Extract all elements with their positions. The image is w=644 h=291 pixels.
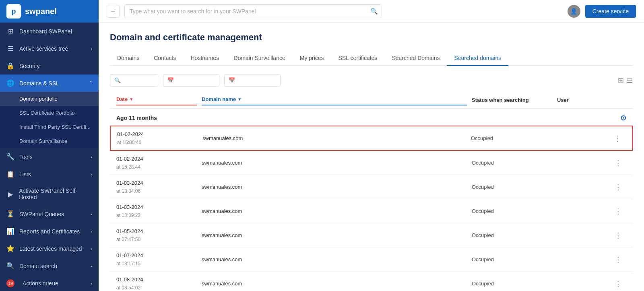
table-header: Date ▼ Domain name ▼ Status when searchi…: [110, 94, 633, 109]
tab-domain-surveillance[interactable]: Domain Surveillance: [226, 51, 292, 66]
more-options-button[interactable]: ⋮: [610, 279, 626, 288]
cell-date: 01-08-2024at 08:54:02: [116, 276, 197, 291]
sidebar-item-lists[interactable]: 📋 Lists ›: [0, 165, 99, 183]
logo-icon: p: [6, 4, 21, 19]
sidebar-item-activate[interactable]: ▶ Activate SWPanel Self-Hosted: [0, 183, 99, 205]
date-from-filter[interactable]: 📅: [163, 74, 219, 87]
sidebar-sub-item-ssl-portfolio[interactable]: SSL Certificate Portfolio: [0, 106, 99, 120]
list-view-icon[interactable]: ☰: [626, 76, 633, 85]
sidebar-item-domain-search[interactable]: 🔍 Domain search ›: [0, 257, 99, 274]
cell-time: at 07:47:50: [116, 237, 140, 242]
cell-domain: swmanuales.com: [202, 232, 467, 238]
search-bar: 🔍: [124, 4, 382, 18]
search-filter-input[interactable]: 🔍: [110, 74, 158, 87]
tab-contacts[interactable]: Contacts: [147, 51, 183, 66]
sidebar-item-label: Tools: [19, 154, 33, 160]
more-options-button[interactable]: ⋮: [609, 134, 625, 143]
sidebar: p swpanel ⊞ Dashboard SWPanel ☰ Active s…: [0, 0, 99, 291]
tab-searched-domains-alt[interactable]: Searched Domains: [384, 51, 447, 66]
reports-icon: 📊: [6, 227, 14, 235]
chevron-right-icon: ›: [91, 212, 92, 217]
table-row[interactable]: 01-03-2024at 18:39:22 swmanuales.com Occ…: [110, 199, 633, 223]
search-input[interactable]: [124, 4, 382, 18]
chevron-right-icon: ›: [91, 264, 92, 268]
menu-toggle-button[interactable]: ⊣: [107, 5, 120, 18]
sidebar-item-label: Domains & SSL: [19, 80, 59, 87]
create-service-button[interactable]: Create service: [585, 5, 636, 18]
tools-icon: 🔧: [6, 153, 14, 161]
search-icon[interactable]: 🔍: [370, 8, 378, 15]
cell-domain: swmanuales.com: [202, 281, 467, 287]
table-row[interactable]: 01-05-2024at 07:47:50 swmanuales.com Occ…: [110, 223, 633, 248]
cell-time: at 15:28:44: [116, 164, 140, 170]
content-area: Domain and certificate management Domain…: [99, 23, 644, 291]
tab-my-prices[interactable]: My prices: [293, 51, 331, 66]
cell-domain: swmanuales.com: [202, 208, 467, 214]
sidebar-item-actions-queue[interactable]: 19 Actions queue ›: [0, 274, 99, 291]
refresh-icon[interactable]: ⊙: [620, 114, 626, 122]
table-row[interactable]: 01-08-2024at 08:54:02 swmanuales.com Occ…: [110, 272, 633, 291]
sidebar-item-label: Lists: [19, 171, 31, 177]
cell-time: at 18:17:15: [116, 261, 140, 266]
cell-status: Occupied: [472, 208, 552, 214]
cell-domain: swmanuales.com: [202, 160, 467, 166]
table-row[interactable]: 01-03-2024at 18:34:06 swmanuales.com Occ…: [110, 175, 633, 199]
domains-icon: 🌐: [6, 79, 14, 87]
logo[interactable]: p swpanel: [0, 0, 99, 23]
sub-item-label: SSL Certificate Portfolio: [19, 110, 75, 116]
tab-domains[interactable]: Domains: [110, 51, 147, 66]
sort-indicator-domain: ▼: [237, 97, 242, 101]
more-options-button[interactable]: ⋮: [610, 231, 626, 240]
chevron-right-icon: ›: [91, 155, 92, 159]
section-label: Ago 11 months ⊙: [110, 109, 633, 126]
active-services-icon: ☰: [6, 45, 14, 52]
table-row[interactable]: 01-07-2024at 18:17:15 swmanuales.com Occ…: [110, 248, 633, 272]
tab-hostnames[interactable]: Hostnames: [184, 51, 227, 66]
table-row[interactable]: 01-02-2024at 15:00:40 swmanuales.com Occ…: [110, 126, 633, 151]
sidebar-item-security[interactable]: 🔒 Security: [0, 57, 99, 74]
cell-time: at 08:54:02: [116, 285, 140, 291]
sidebar-item-active-services[interactable]: ☰ Active services tree ›: [0, 40, 99, 57]
filter-search-icon: 🔍: [114, 77, 121, 83]
col-header-user[interactable]: User: [557, 97, 605, 105]
date-to-filter[interactable]: 📅: [224, 74, 281, 87]
cell-date: 01-02-2024at 15:00:40: [117, 130, 198, 146]
view-icons: ⊞ ☰: [618, 76, 633, 85]
more-options-button[interactable]: ⋮: [610, 183, 626, 192]
cell-status: Occupied: [472, 256, 552, 262]
tab-ssl-certificates[interactable]: SSL certificates: [331, 51, 385, 66]
more-options-button[interactable]: ⋮: [610, 159, 626, 167]
sidebar-item-reports[interactable]: 📊 Reports and Certificates ›: [0, 223, 99, 240]
chevron-up-icon: ˄: [90, 80, 92, 86]
sidebar-item-label: Domain search: [19, 263, 57, 269]
sidebar-sub-item-domain-surveillance[interactable]: Domain Surveillance: [0, 134, 99, 148]
col-header-domain[interactable]: Domain name ▼: [202, 96, 467, 105]
sidebar-item-dashboard[interactable]: ⊞ Dashboard SWPanel: [0, 23, 99, 40]
queues-icon: ⏳: [6, 210, 14, 218]
sidebar-sub-item-domain-portfolio[interactable]: Domain portfolio: [0, 92, 99, 106]
cell-status: Occupied: [472, 184, 552, 190]
sub-item-label: Domain portfolio: [19, 96, 58, 102]
col-header-date[interactable]: Date ▼: [116, 96, 197, 105]
avatar[interactable]: 👤: [568, 5, 580, 18]
table-row[interactable]: 01-02-2024at 15:28:44 swmanuales.com Occ…: [110, 151, 633, 175]
latest-icon: ⭐: [6, 245, 14, 252]
sidebar-item-domains-ssl[interactable]: 🌐 Domains & SSL ˄: [0, 74, 99, 92]
app-name: swpanel: [25, 7, 57, 16]
sidebar-item-latest-services[interactable]: ⭐ Latest services managed ›: [0, 240, 99, 257]
domains-ssl-submenu: Domain portfolio SSL Certificate Portfol…: [0, 92, 99, 148]
sidebar-item-queues[interactable]: ⏳ SWPanel Queues ›: [0, 205, 99, 223]
cell-date: 01-05-2024at 07:47:50: [116, 227, 197, 243]
more-options-button[interactable]: ⋮: [610, 255, 626, 264]
col-header-status[interactable]: Status when searching: [472, 97, 552, 105]
sub-item-label: Install Third Party SSL Certifi...: [19, 124, 91, 130]
more-options-button[interactable]: ⋮: [610, 207, 626, 216]
cell-status: Occupied: [472, 281, 552, 287]
calendar-from-icon: 📅: [167, 77, 174, 83]
cell-time: at 15:00:40: [117, 140, 141, 145]
grid-view-icon[interactable]: ⊞: [618, 76, 624, 85]
sidebar-item-tools[interactable]: 🔧 Tools ›: [0, 148, 99, 165]
sidebar-item-label: Latest services managed: [19, 246, 82, 252]
sidebar-sub-item-install-ssl[interactable]: Install Third Party SSL Certifi...: [0, 120, 99, 134]
tab-searched-domains[interactable]: Searched domains: [447, 51, 508, 66]
